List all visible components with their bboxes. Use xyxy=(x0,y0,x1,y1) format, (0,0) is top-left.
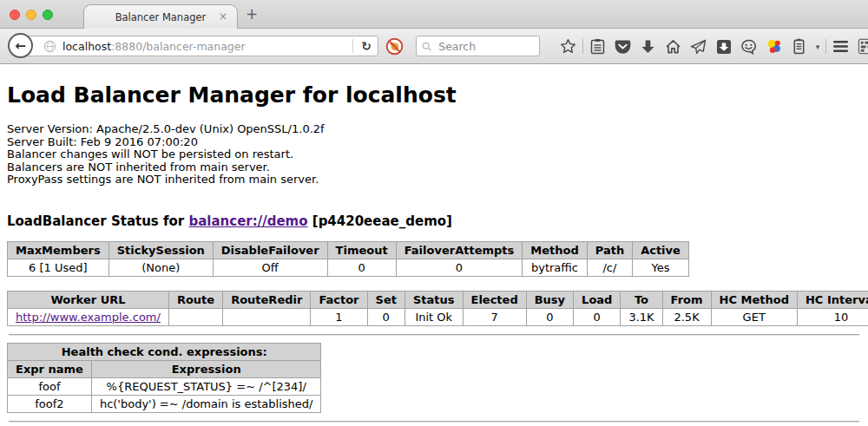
cell-active: Yes xyxy=(633,259,689,276)
home-icon[interactable] xyxy=(661,39,686,55)
col-expression: Expression xyxy=(91,360,321,377)
balancer-demo-link[interactable]: balancer://demo xyxy=(188,213,307,229)
page-bottom-divider xyxy=(9,421,859,423)
cell-disablefailover: Off xyxy=(213,259,327,276)
col-busy: Busy xyxy=(526,291,573,308)
cell-hc-interval: 10 xyxy=(797,308,868,325)
col-disablefailover: DisableFailover xyxy=(213,241,327,259)
new-tab-button[interactable]: + xyxy=(246,7,258,22)
downloads-arrow-icon[interactable] xyxy=(635,39,661,55)
container-battery-icon[interactable] xyxy=(786,38,812,55)
pocket-icon[interactable] xyxy=(610,39,635,55)
col-worker-url: Worker URL xyxy=(8,291,169,308)
flash-blocker-extension-icon[interactable] xyxy=(385,37,404,56)
col-path: Path xyxy=(587,241,632,259)
table-header-row: MaxMembers StickySession DisableFailover… xyxy=(8,241,689,259)
balancer-manager-page: Load Balancer Manager for localhost Serv… xyxy=(0,82,868,423)
balancers-notice-line: Balancers are NOT inherited from main se… xyxy=(7,161,861,174)
cell-maxmembers: 6 [1 Used] xyxy=(8,259,109,276)
colored-dots-extension-icon[interactable] xyxy=(761,38,786,55)
tab-title: Balancer Manager xyxy=(115,11,207,23)
url-path: :8880/balancer-manager xyxy=(111,40,245,53)
url-host: localhost xyxy=(62,40,111,53)
cell-expr-name: foof xyxy=(8,377,92,395)
tab-close-icon[interactable]: × xyxy=(219,11,227,22)
cell-busy: 0 xyxy=(526,308,573,325)
cell-expression: %{REQUEST_STATUS} =~ /^[234]/ xyxy=(91,377,321,395)
overflow-caret-icon[interactable]: ▾ xyxy=(812,43,824,51)
col-factor: Factor xyxy=(311,291,367,308)
health-table-title: Health check cond. expressions: xyxy=(8,343,321,360)
col-failoverattempts: FailoverAttempts xyxy=(396,241,523,259)
cell-routeredir xyxy=(223,308,311,325)
navigation-toolbar: ← localhost:8880/balancer-manager ↻ xyxy=(0,29,868,64)
globe-icon xyxy=(43,40,56,53)
browser-tab[interactable]: Balancer Manager × xyxy=(83,4,238,29)
cell-hc-method: GET xyxy=(711,308,797,325)
send-plane-icon[interactable] xyxy=(686,39,711,55)
status-prefix: LoadBalancer Status for xyxy=(7,213,184,229)
cell-worker-url: http://www.example.com/ xyxy=(8,308,169,325)
section-divider xyxy=(9,334,859,336)
health-check-expressions-table: Health check cond. expressions: Expr nam… xyxy=(7,343,321,413)
worker-status-table: Worker URL Route RouteRedir Factor Set S… xyxy=(7,291,868,326)
cell-failoverattempts: 0 xyxy=(396,259,523,276)
clipboard-icon[interactable] xyxy=(585,38,610,55)
worker-url-link[interactable]: http://www.example.com/ xyxy=(16,311,161,324)
window-close-button[interactable] xyxy=(10,10,20,20)
table-row: http://www.example.com/ 1 0 Init Ok 7 0 … xyxy=(8,308,868,325)
cell-path: /c/ xyxy=(587,259,632,276)
back-button[interactable]: ← xyxy=(8,33,33,58)
col-elected: Elected xyxy=(463,291,526,308)
window-zoom-button[interactable] xyxy=(43,10,53,20)
cell-factor: 1 xyxy=(311,308,367,325)
cell-expr-name: foof2 xyxy=(8,395,92,412)
table-title-row: Health check cond. expressions: xyxy=(8,343,321,360)
status-suffix: [p4420eeae_demo] xyxy=(312,213,452,229)
server-built-line: Server Built: Feb 9 2016 07:00:20 xyxy=(7,136,861,149)
col-hc-interval: HC Interval xyxy=(797,291,868,308)
cell-route xyxy=(168,308,222,325)
cell-from: 2.5K xyxy=(662,308,711,325)
cell-load: 0 xyxy=(574,308,621,325)
search-bar[interactable] xyxy=(416,36,540,56)
col-routeredir: RouteRedir xyxy=(223,291,311,308)
server-version-line: Server Version: Apache/2.5.0-dev (Unix) … xyxy=(7,123,861,136)
cell-status: Init Ok xyxy=(404,308,463,325)
toolbar-divider xyxy=(825,39,826,54)
search-icon xyxy=(422,41,431,52)
toolbar-icons: ▾ xyxy=(556,29,868,64)
col-stickysession: StickySession xyxy=(108,241,213,259)
reload-button[interactable]: ↻ xyxy=(355,39,378,53)
col-active: Active xyxy=(633,241,689,259)
cell-timeout: 0 xyxy=(327,259,396,276)
loadbalancer-status-heading: LoadBalancer Status for balancer://demo … xyxy=(7,213,861,229)
url-text[interactable]: localhost:8880/balancer-manager xyxy=(62,40,351,53)
table-row: 6 [1 Used] (None) Off 0 0 bytraffic /c/ … xyxy=(8,259,689,276)
toolbar-divider xyxy=(582,39,583,54)
urlbar-divider xyxy=(352,39,353,53)
cell-method: bytraffic xyxy=(523,259,587,276)
table-header-row: Expr name Expression xyxy=(8,360,321,377)
url-bar[interactable]: localhost:8880/balancer-manager ↻ xyxy=(20,36,378,56)
col-maxmembers: MaxMembers xyxy=(8,241,109,259)
cell-stickysession: (None) xyxy=(108,259,213,276)
table-header-row: Worker URL Route RouteRedir Factor Set S… xyxy=(8,291,868,308)
table-row: foof2 hc('body') =~ /domain is establish… xyxy=(8,395,321,412)
col-set: Set xyxy=(367,291,404,308)
col-timeout: Timeout xyxy=(327,241,396,259)
cell-expression: hc('body') =~ /domain is established/ xyxy=(91,395,321,412)
server-info-block: Server Version: Apache/2.5.0-dev (Unix) … xyxy=(7,123,861,187)
pixel-page-icon[interactable] xyxy=(853,38,868,55)
bookmark-star-icon[interactable] xyxy=(556,38,581,55)
col-method: Method xyxy=(523,241,587,259)
search-input[interactable] xyxy=(437,39,534,54)
window-minimize-button[interactable] xyxy=(26,10,36,20)
menu-hamburger-icon[interactable] xyxy=(828,40,853,53)
cell-to: 3.1K xyxy=(621,308,662,325)
col-status: Status xyxy=(404,291,463,308)
balancer-settings-table: MaxMembers StickySession DisableFailover… xyxy=(7,241,689,277)
proxypass-notice-line: ProxyPass settings are NOT inherited fro… xyxy=(7,174,861,187)
smiley-bubble-icon[interactable] xyxy=(736,39,761,55)
save-square-icon[interactable] xyxy=(711,39,736,55)
